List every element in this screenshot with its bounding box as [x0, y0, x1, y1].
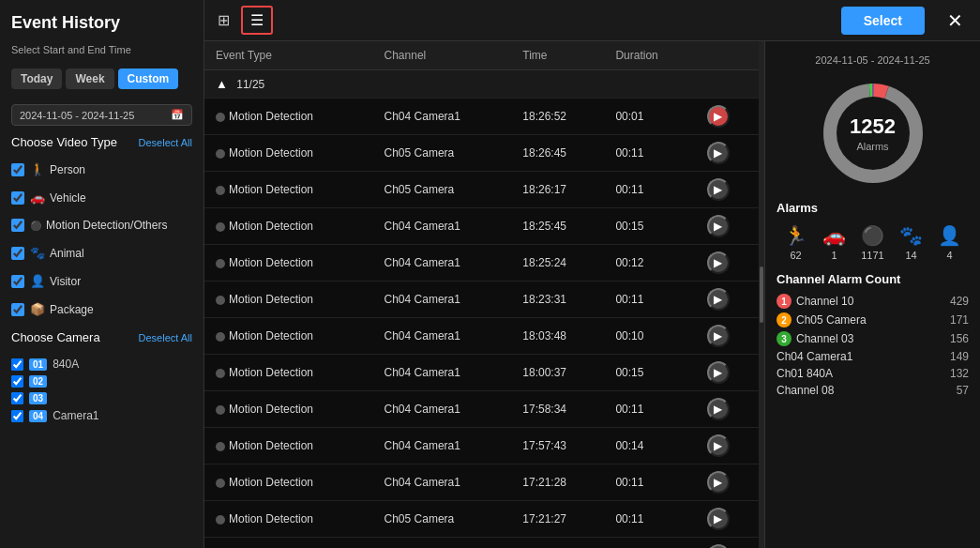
channel-count-value: 57 — [957, 384, 969, 397]
time-cell: 17:21:28 — [511, 464, 604, 501]
channel-row: Channel 08 57 — [776, 382, 969, 399]
channel-name: 3Channel 03 — [776, 331, 853, 346]
video-type-person: Person — [11, 162, 192, 176]
event-dot-icon — [216, 186, 225, 195]
time-cell: 18:00:37 — [511, 355, 604, 391]
camera-03-num: 03 — [29, 392, 47, 404]
alarm-icon-item: ⚫ 1171 — [861, 224, 884, 261]
event-type-cell: Motion Detection — [204, 464, 373, 501]
select-button[interactable]: Select — [841, 7, 925, 35]
table-row: Motion Detection Ch04 Camera1 17:58:34 0… — [204, 391, 759, 428]
event-type-cell: Motion Detection — [204, 99, 373, 135]
channel-cell: Ch04 Camera1 — [373, 318, 512, 355]
channel-count-value: 156 — [950, 332, 969, 345]
channel-name: 2Ch05 Camera — [776, 312, 867, 327]
event-dot-icon — [216, 113, 225, 122]
table-row: Motion Detection Ch04 Camera1 18:03:48 0… — [204, 318, 759, 355]
time-cell: 18:26:52 — [511, 99, 604, 135]
topbar: ⊞ ☰ Select ✕ — [204, 0, 980, 41]
vehicle-icon — [30, 190, 45, 205]
channel-cell: Ch04 Camera1 — [373, 282, 512, 318]
deselect-all-link[interactable]: Deselect All — [139, 137, 192, 148]
person-checkbox[interactable] — [11, 163, 24, 176]
play-button[interactable]: ▶ — [707, 178, 730, 201]
time-cell: 18:03:48 — [511, 318, 604, 355]
donut-chart: 1252 Alarms — [776, 77, 969, 190]
table-row: Motion Detection Ch04 Camera1 18:23:31 0… — [204, 282, 759, 318]
time-cell: 17:21:15 — [511, 538, 604, 549]
channel-count-value: 149 — [950, 350, 969, 363]
table-row: Motion Detection Ch05 Camera 18:26:17 00… — [204, 172, 759, 208]
play-button[interactable]: ▶ — [707, 361, 730, 384]
play-cell: ▶ — [696, 318, 759, 355]
today-button[interactable]: Today — [11, 68, 62, 89]
channel-row: 1Channel 10 429 — [776, 292, 969, 311]
animal-icon — [30, 246, 45, 260]
event-type-cell: Motion Detection — [204, 245, 373, 282]
channel-cell: Ch04 Camera1 — [373, 208, 512, 245]
motion-icon — [30, 219, 41, 232]
camera-03-checkbox[interactable] — [11, 392, 23, 404]
group-toggle-icon[interactable]: ▲ — [216, 77, 228, 91]
play-cell: ▶ — [696, 391, 759, 428]
time-cell: 18:23:31 — [511, 282, 604, 318]
animal-checkbox[interactable] — [11, 247, 24, 260]
duration-cell: 00:11 — [604, 391, 695, 428]
play-button[interactable]: ▶ — [707, 251, 730, 274]
play-button[interactable]: ▶ — [707, 434, 730, 457]
play-button[interactable]: ▶ — [707, 471, 730, 494]
play-button[interactable]: ▶ — [707, 215, 730, 237]
scroll-thumb — [760, 266, 763, 323]
play-button[interactable]: ▶ — [707, 544, 730, 548]
play-cell: ▶ — [696, 501, 759, 538]
motion-checkbox[interactable] — [11, 219, 24, 232]
play-button[interactable]: ▶ — [707, 105, 730, 128]
camera-01-checkbox[interactable] — [11, 358, 23, 371]
week-button[interactable]: Week — [66, 68, 113, 89]
close-button[interactable]: ✕ — [940, 6, 971, 36]
event-type-cell: Motion Detection — [204, 538, 373, 549]
channel-count-value: 171 — [950, 313, 969, 327]
col-duration: Duration — [604, 41, 695, 70]
camera-row-04: 04 Camera1 — [11, 409, 188, 422]
time-cell: 17:21:27 — [511, 501, 604, 538]
duration-cell: 00:11 — [604, 135, 695, 172]
channel-count-value: 429 — [950, 295, 969, 308]
play-button[interactable]: ▶ — [707, 398, 730, 420]
channel-cell: Ch05 Camera — [373, 538, 512, 549]
play-button[interactable]: ▶ — [707, 508, 730, 530]
play-cell: ▶ — [696, 172, 759, 208]
channel-name: Ch01 840A — [776, 367, 833, 380]
play-button[interactable]: ▶ — [707, 288, 730, 311]
main-area: ⊞ ☰ Select ✕ Event Type Channel Time Dur… — [204, 0, 980, 548]
vehicle-checkbox[interactable] — [11, 191, 24, 205]
play-cell: ▶ — [696, 99, 759, 135]
camera-deselect-all[interactable]: Deselect All — [139, 332, 192, 343]
package-checkbox[interactable] — [11, 303, 24, 316]
play-cell: ▶ — [696, 135, 759, 172]
alarm-emoji-icon: ⚫ — [861, 224, 884, 247]
camera-01-num: 01 — [29, 358, 47, 371]
camera-02-checkbox[interactable] — [11, 375, 23, 388]
list-view-button[interactable]: ☰ — [241, 6, 273, 35]
col-time: Time — [511, 41, 604, 70]
time-cell: 18:25:24 — [511, 245, 604, 282]
date-range-picker[interactable]: 2024-11-05 - 2024-11-25 📅 — [11, 104, 192, 126]
event-dot-icon — [216, 479, 225, 488]
custom-button[interactable]: Custom — [118, 68, 179, 89]
visitor-checkbox[interactable] — [11, 275, 24, 288]
total-alarms-number: 1252 — [850, 114, 896, 139]
event-table-container[interactable]: Event Type Channel Time Duration ▲ 11/25… — [204, 41, 759, 548]
person-label: Person — [30, 162, 85, 176]
time-cell: 18:25:45 — [511, 208, 604, 245]
duration-cell: 00:10 — [604, 318, 695, 355]
play-button[interactable]: ▶ — [707, 142, 730, 164]
col-action — [696, 41, 759, 70]
package-icon — [30, 302, 45, 316]
table-row: Motion Detection Ch04 Camera1 18:26:52 0… — [204, 99, 759, 135]
time-cell: 17:57:43 — [511, 428, 604, 464]
duration-cell: 00:11 — [604, 538, 695, 549]
camera-04-checkbox[interactable] — [11, 410, 23, 422]
grid-view-button[interactable]: ⊞ — [214, 8, 234, 33]
play-button[interactable]: ▶ — [707, 325, 730, 347]
